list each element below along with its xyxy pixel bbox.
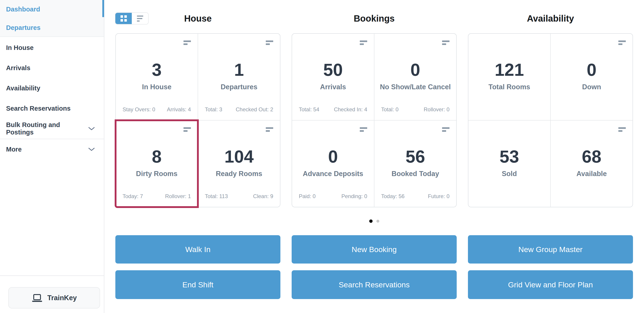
card-label: Total Rooms xyxy=(468,82,550,92)
card-list-icon[interactable] xyxy=(618,40,626,45)
card-stats: Today: 7 Rollover: 1 xyxy=(122,194,191,199)
new-group-master-button[interactable]: New Group Master xyxy=(468,235,633,264)
sidebar-item-label: Bulk Routing and Postings xyxy=(6,121,88,136)
card-in-house[interactable]: 3 In House Stay Overs: 0 Arrivals: 4 xyxy=(116,34,198,120)
sidebar-item-bulk-routing-and-postings[interactable]: Bulk Routing and Postings xyxy=(0,118,104,139)
card-value: 0 xyxy=(551,59,632,80)
sidebar-item-label: Dashboard xyxy=(6,6,40,13)
sidebar-item-availability[interactable]: Availability xyxy=(0,78,104,98)
pagination-dot-active[interactable] xyxy=(369,220,372,223)
sidebar-item-more[interactable]: More xyxy=(0,139,104,160)
stat-left: Today: 56 xyxy=(381,194,404,199)
stat-left: Paid: 0 xyxy=(299,194,316,199)
bookings-card-grid: 50 Arrivals Total: 54 Checked In: 4 0 No… xyxy=(292,33,457,207)
card-label: Dirty Rooms xyxy=(116,169,198,178)
section-title: House xyxy=(115,13,280,24)
sidebar-item-search-reservations[interactable]: Search Reservations xyxy=(0,98,104,118)
card-booked-today[interactable]: 56 Booked Today Today: 56 Future: 0 xyxy=(374,120,456,207)
card-label: Down xyxy=(551,82,632,92)
card-list-icon[interactable] xyxy=(184,127,191,132)
stat-right: Rollover: 1 xyxy=(165,194,191,199)
card-label: No Show/Late Cancel xyxy=(374,82,456,92)
card-value: 56 xyxy=(374,146,456,167)
card-list-icon[interactable] xyxy=(360,40,367,45)
section-availability: Availability 121 Total Rooms 0 Down 53 S… xyxy=(468,0,633,313)
card-label: Departures xyxy=(198,82,280,92)
sidebar-scrollbar-thumb[interactable] xyxy=(102,0,104,17)
availability-card-grid: 121 Total Rooms 0 Down 53 Sold 68 Availa… xyxy=(468,33,633,207)
card-value: 8 xyxy=(116,146,198,167)
card-value: 104 xyxy=(198,146,280,167)
sidebar-bottom-divider xyxy=(0,276,104,276)
pagination-dot[interactable] xyxy=(376,220,379,222)
trainkey-label: TrainKey xyxy=(48,294,77,302)
card-label: Arrivals xyxy=(292,82,374,92)
grid-view-floor-plan-button[interactable]: Grid View and Floor Plan xyxy=(468,270,633,299)
stat-left: Stay Overs: 0 xyxy=(122,106,155,112)
sidebar-item-label: Search Reservations xyxy=(6,105,70,112)
sidebar-nav: In House Arrivals Availability Search Re… xyxy=(0,38,104,160)
dashboard-app: Dashboard Departures In House Arrivals A… xyxy=(0,0,644,313)
stat-left: Total: 113 xyxy=(205,194,228,199)
card-list-icon[interactable] xyxy=(266,127,273,132)
sidebar-item-label: Availability xyxy=(6,84,40,92)
card-advance-deposits[interactable]: 0 Advance Deposits Paid: 0 Pending: 0 xyxy=(292,120,374,207)
end-shift-button[interactable]: End Shift xyxy=(115,270,280,299)
stat-left: Total: 0 xyxy=(381,106,398,112)
card-stats: Today: 56 Future: 0 xyxy=(381,194,450,199)
card-stats: Total: 0 Rollover: 0 xyxy=(381,106,450,112)
card-stats: Total: 113 Clean: 9 xyxy=(205,194,273,199)
card-available[interactable]: 68 Available xyxy=(551,120,632,207)
house-card-grid: 3 In House Stay Overs: 0 Arrivals: 4 1 D… xyxy=(115,33,280,207)
card-sold[interactable]: 53 Sold xyxy=(468,120,551,207)
sidebar-item-label: In House xyxy=(6,44,34,52)
card-no-show-late-cancel[interactable]: 0 No Show/Late Cancel Total: 0 Rollover:… xyxy=(374,34,456,120)
card-value: 1 xyxy=(198,59,280,80)
card-list-icon[interactable] xyxy=(266,40,273,45)
stat-right: Clean: 9 xyxy=(253,194,273,199)
sidebar-item-in-house[interactable]: In House xyxy=(0,38,104,58)
card-stats: Total: 3 Checked Out: 2 xyxy=(205,106,273,112)
sidebar-item-departures[interactable]: Departures xyxy=(0,18,104,37)
sidebar-item-label: More xyxy=(6,146,22,153)
sidebar-item-label: Departures xyxy=(6,24,40,32)
section-title: Availability xyxy=(468,13,633,24)
new-booking-button[interactable]: New Booking xyxy=(292,235,457,264)
card-label: In House xyxy=(116,82,198,92)
card-list-icon[interactable] xyxy=(184,40,191,45)
card-total-rooms[interactable]: 121 Total Rooms xyxy=(468,34,551,120)
card-label: Advance Deposits xyxy=(292,169,374,178)
card-ready-rooms[interactable]: 104 Ready Rooms Total: 113 Clean: 9 xyxy=(198,120,280,207)
sidebar-item-dashboard[interactable]: Dashboard xyxy=(0,0,104,18)
walk-in-button[interactable]: Walk In xyxy=(115,235,280,264)
card-list-icon[interactable] xyxy=(360,127,367,132)
chevron-down-icon xyxy=(88,147,95,151)
sidebar-pinned-group: Dashboard Departures xyxy=(0,0,104,37)
stat-right: Pending: 0 xyxy=(341,194,367,199)
sidebar: Dashboard Departures In House Arrivals A… xyxy=(0,0,104,313)
stat-right: Checked Out: 2 xyxy=(236,106,273,112)
card-value: 0 xyxy=(374,59,456,80)
laptop-icon xyxy=(32,294,42,302)
card-stats: Total: 54 Checked In: 4 xyxy=(299,106,367,112)
card-list-icon[interactable] xyxy=(618,127,626,132)
card-list-icon[interactable] xyxy=(442,127,450,132)
card-label: Available xyxy=(551,169,632,178)
card-value: 50 xyxy=(292,59,374,80)
stat-right: Rollover: 0 xyxy=(424,106,450,112)
card-departures[interactable]: 1 Departures Total: 3 Checked Out: 2 xyxy=(198,34,280,120)
card-arrivals[interactable]: 50 Arrivals Total: 54 Checked In: 4 xyxy=(292,34,374,120)
card-value: 121 xyxy=(468,59,550,80)
card-value: 0 xyxy=(292,146,374,167)
trainkey-button[interactable]: TrainKey xyxy=(8,287,100,308)
sidebar-item-arrivals[interactable]: Arrivals xyxy=(0,58,104,78)
sidebar-item-label: Arrivals xyxy=(6,64,30,72)
card-value: 53 xyxy=(468,146,550,167)
card-dirty-rooms-highlighted[interactable]: 8 Dirty Rooms Today: 7 Rollover: 1 xyxy=(116,120,198,207)
card-label: Sold xyxy=(468,169,550,178)
card-stats: Paid: 0 Pending: 0 xyxy=(299,194,367,199)
search-reservations-button[interactable]: Search Reservations xyxy=(292,270,457,299)
stat-left: Today: 7 xyxy=(122,194,143,199)
card-list-icon[interactable] xyxy=(442,40,450,45)
card-down[interactable]: 0 Down xyxy=(551,34,632,120)
